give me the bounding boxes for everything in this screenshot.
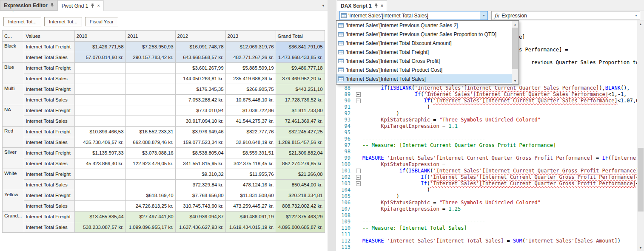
- pivot-value-cell[interactable]: $8.559.391,51: [225, 148, 276, 158]
- pivot-value-cell[interactable]: 4.895.000.685,87 kr.: [276, 222, 325, 233]
- pivot-value-cell[interactable]: [74, 190, 125, 201]
- pivot-value-cell[interactable]: [125, 180, 175, 190]
- pivot-value-cell[interactable]: $176.345,35: [175, 84, 225, 95]
- pivot-value-cell[interactable]: 1.619.434.015,19 kr.: [225, 222, 276, 233]
- tab-expression-editor[interactable]: Expression Editor: [0, 0, 58, 11]
- pivot-value-cell[interactable]: [74, 95, 125, 105]
- pivot-value-cell[interactable]: 643.668.568,57 kr.: [175, 52, 225, 63]
- pivot-value-cell[interactable]: 478.124,16 kr.: [225, 180, 276, 190]
- pivot-value-cell[interactable]: 24.726.813,25 kr.: [125, 201, 175, 212]
- pivot-measure-cell[interactable]: Internet Total Freight: [24, 148, 74, 158]
- pivot-value-cell[interactable]: [125, 63, 175, 73]
- scroll-up-icon[interactable]: ▲: [637, 20, 644, 27]
- pivot-value-cell[interactable]: 850.454,00 kr.: [276, 180, 325, 190]
- pivot-value-cell[interactable]: $122.375.463,29: [276, 212, 325, 222]
- pivot-measure-cell[interactable]: Internet Total Freight: [24, 169, 74, 180]
- pivot-value-cell[interactable]: $21.306.882,04: [276, 148, 325, 158]
- pivot-value-cell[interactable]: 379.469.952,20 kr.: [276, 73, 325, 84]
- pivot-value-cell[interactable]: $40.936.094,87: [175, 212, 225, 222]
- pivot-value-cell[interactable]: 482.771.267,26 kr.: [225, 52, 276, 63]
- fold-collapse-icon[interactable]: [356, 181, 361, 186]
- pivot-row-header[interactable]: Black: [3, 42, 24, 63]
- pivot-value-cell[interactable]: 538.233.087,57 kr.: [74, 222, 125, 233]
- pivot-value-cell[interactable]: 435.738.406,57 kr.: [74, 137, 125, 148]
- pivot-value-cell[interactable]: 235.419.688,39 kr.: [225, 73, 276, 84]
- pivot-column-header[interactable]: Values: [24, 31, 74, 42]
- expression-combo[interactable]: ƒx Expression ▼: [491, 11, 640, 20]
- pivot-value-cell[interactable]: $9.310,32: [175, 169, 225, 180]
- pivot-value-cell[interactable]: $822.777,76: [225, 127, 276, 137]
- pivot-value-cell[interactable]: $40.486.091,19: [225, 212, 276, 222]
- pivot-measure-cell[interactable]: Internet Total Freight: [24, 190, 74, 201]
- pivot-row-header[interactable]: Red: [3, 127, 24, 148]
- pivot-value-cell[interactable]: [74, 180, 125, 190]
- pivot-measure-cell[interactable]: Internet Total Freight: [24, 127, 74, 137]
- pivot-value-cell[interactable]: [125, 169, 175, 180]
- pivot-value-cell[interactable]: 159.077.523,34 kr.: [175, 137, 225, 148]
- pivot-value-cell[interactable]: $773.010,94: [175, 105, 225, 116]
- pivot-value-cell[interactable]: $3.976.949,46: [175, 127, 225, 137]
- pivot-value-cell[interactable]: 852.274.279,85 kr.: [276, 158, 325, 169]
- pivot-value-cell[interactable]: 10.675.448,10 kr.: [225, 95, 276, 105]
- pivot-value-cell[interactable]: $1.426.771,58: [74, 42, 125, 52]
- pivot-measure-cell[interactable]: Internet Total Sales: [24, 116, 74, 127]
- pivot-value-cell[interactable]: [125, 84, 175, 95]
- pivot-value-cell[interactable]: 310.745.743,90 kr.: [175, 201, 225, 212]
- pivot-value-cell[interactable]: 808.732.002,42 kr.: [276, 201, 325, 212]
- pivot-column-header[interactable]: Grand Total: [276, 31, 325, 42]
- scroll-down-icon[interactable]: ▼: [512, 77, 519, 84]
- pivot-value-cell[interactable]: [125, 95, 175, 105]
- pivot-value-cell[interactable]: 662.088.879,46 kr.: [125, 137, 175, 148]
- pin-icon[interactable]: [91, 3, 94, 8]
- pivot-value-cell[interactable]: 57.070.814,60 kr.: [74, 52, 125, 63]
- pivot-value-cell[interactable]: $36.841.791,05: [276, 42, 325, 52]
- expression-combo-dropdown-button[interactable]: ▼: [633, 11, 640, 20]
- pivot-value-cell[interactable]: 122.923.479,05 kr.: [125, 158, 175, 169]
- dropdown-scrollbar[interactable]: ▲ ▼: [512, 21, 519, 84]
- pivot-value-cell[interactable]: $8.538.805,04: [175, 148, 225, 158]
- scroll-down-icon[interactable]: ▼: [637, 244, 644, 251]
- pivot-value-cell[interactable]: [74, 116, 125, 127]
- fold-collapse-icon[interactable]: [356, 169, 361, 173]
- pivot-value-cell[interactable]: [74, 73, 125, 84]
- pivot-value-cell[interactable]: [74, 63, 125, 73]
- pivot-measure-cell[interactable]: Internet Total Sales: [24, 73, 74, 84]
- pivot-value-cell[interactable]: $32.245.427,25: [276, 127, 325, 137]
- pivot-value-cell[interactable]: $21.266,08: [276, 169, 325, 180]
- pivot-column-header[interactable]: 2012: [175, 31, 225, 42]
- pivot-measure-cell[interactable]: Internet Total Sales: [24, 158, 74, 169]
- tab-pivot-grid[interactable]: Pivot Grid 1 ×: [58, 0, 104, 11]
- pivot-value-cell[interactable]: $16.552.233,31: [125, 127, 175, 137]
- pivot-value-cell[interactable]: $1.811.733,80: [276, 105, 325, 116]
- pivot-value-cell[interactable]: [125, 105, 175, 116]
- pivot-measure-cell[interactable]: Internet Total Freight: [24, 84, 74, 95]
- pivot-value-cell[interactable]: [74, 169, 125, 180]
- pivot-row-header[interactable]: Grand...: [3, 212, 24, 233]
- pivot-value-cell[interactable]: 341.551.815,95 kr.: [175, 158, 225, 169]
- pivot-value-cell[interactable]: 17.728.736,52 kr.: [276, 95, 325, 105]
- pivot-value-cell[interactable]: $20.218.334,81: [276, 190, 325, 201]
- pivot-value-cell[interactable]: $11.831.508,60: [225, 190, 276, 201]
- pivot-value-cell[interactable]: $11.955,76: [225, 169, 276, 180]
- pivot-value-cell[interactable]: $27.497.441,80: [125, 212, 175, 222]
- pivot-measure-cell[interactable]: Internet Total Freight: [24, 105, 74, 116]
- pivot-value-cell[interactable]: $9.486.777,18: [276, 63, 325, 73]
- pivot-value-cell[interactable]: [74, 105, 125, 116]
- measure-combo[interactable]: 'Internet Sales'[Internet Total Sales] ▼: [339, 11, 488, 20]
- pivot-value-cell[interactable]: 72.461.369,47 kr.: [276, 116, 325, 127]
- pivot-row-header[interactable]: Silver: [3, 148, 24, 169]
- pivot-value-cell[interactable]: [125, 116, 175, 127]
- dax-editor[interactable]: 8889909192939495969798991001011021031041…: [336, 20, 644, 251]
- pivot-value-cell[interactable]: 1.289.815.457,56 kr.: [276, 137, 325, 148]
- tab-dax-script[interactable]: DAX Script 1 ×: [337, 0, 387, 11]
- fold-collapse-icon[interactable]: [356, 175, 361, 180]
- pivot-value-cell[interactable]: [74, 201, 125, 212]
- fold-collapse-icon[interactable]: [356, 92, 361, 97]
- pivot-value-cell[interactable]: $266.905,75: [225, 84, 276, 95]
- pivot-column-header[interactable]: 2011: [125, 31, 175, 42]
- pivot-value-cell[interactable]: $1.038.722,86: [225, 105, 276, 116]
- pivot-value-cell[interactable]: 32.910.648,19 kr.: [225, 137, 276, 148]
- pivot-column-header[interactable]: 2010: [74, 31, 125, 42]
- pivot-value-cell[interactable]: $7.253.950,93: [125, 42, 175, 52]
- pivot-value-cell[interactable]: 1.099.896.955,17 kr.: [125, 222, 175, 233]
